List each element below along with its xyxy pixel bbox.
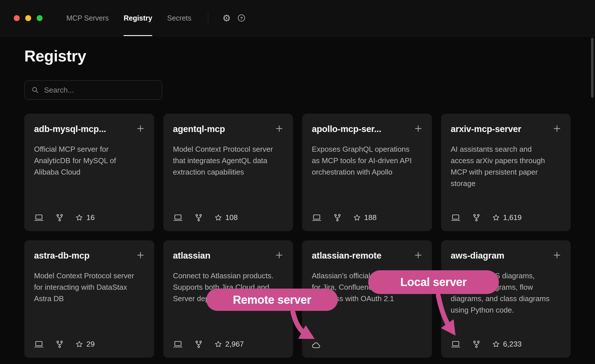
github-fork-icon [473,214,480,222]
add-server-button[interactable] [551,249,563,261]
search-icon [31,86,39,94]
card-footer: 1,619 [451,213,522,222]
server-description: Official MCP server for AnalyticDB for M… [34,143,139,178]
server-description: Model Context Protocol server that integ… [173,143,278,178]
window-close-button[interactable] [14,15,20,21]
add-server-button[interactable] [273,123,285,134]
github-fork-icon [56,340,64,348]
plus-icon [553,251,561,259]
card-footer: 16 [34,213,95,222]
server-card[interactable]: astra-db-mcp Model Context Protocol serv… [24,240,154,358]
remote-server-cloud-icon [312,342,321,349]
server-description: Model Context Protocol server for intera… [34,270,139,304]
add-server-button[interactable] [412,249,424,261]
add-server-button[interactable] [551,123,563,134]
remote-server-callout: Remote server [206,289,338,311]
plus-icon [414,124,423,133]
star-icon [492,214,500,221]
window-minimize-button[interactable] [25,15,31,21]
plus-icon [136,251,145,259]
window-controls [0,0,43,36]
add-server-button[interactable] [135,123,146,134]
server-card[interactable]: arxiv-mcp-server AI assistants search an… [441,114,571,231]
remote-server-callout-label: Remote server [233,293,311,306]
server-name: astra-db-mcp [34,251,132,261]
server-name: agentql-mcp [173,124,271,134]
plus-icon [414,251,423,259]
star-icon [215,214,222,221]
card-footer: 29 [34,340,95,349]
local-server-icon [173,340,183,348]
github-fork-icon [334,214,341,222]
plus-icon [553,124,561,133]
star-icon [76,214,83,221]
registry-grid: adb-mysql-mcp... Official MCP server for… [24,114,571,358]
star-icon [492,341,500,348]
topbar-divider [208,12,208,24]
star-icon [215,341,222,348]
local-server-callout: Local server [368,270,499,294]
card-footer [312,342,321,349]
github-fork-icon [56,214,64,222]
tab-registry[interactable]: Registry [124,0,152,36]
server-name: arxiv-mcp-server [451,124,549,134]
server-card[interactable]: aws-diagram Generate AWS diagrams, seque… [441,240,571,358]
svg-text:?: ? [240,16,243,21]
server-card[interactable]: agentql-mcp Model Context Protocol serve… [163,114,293,231]
server-name: adb-mysql-mcp... [34,124,132,134]
server-description: Exposes GraphQL operations as MCP tools … [312,143,416,178]
server-card[interactable]: adb-mysql-mcp... Official MCP server for… [24,114,154,231]
search-input[interactable] [44,86,155,95]
server-name: aws-diagram [451,251,549,261]
card-footer: 108 [173,213,238,222]
github-fork-icon [195,340,203,348]
tab-mcp-servers[interactable]: MCP Servers [66,0,109,36]
window-maximize-button[interactable] [37,15,43,21]
star-count: 6,233 [503,340,522,349]
local-server-icon [451,214,461,222]
star-icon [76,341,83,348]
plus-icon [275,251,283,259]
tab-secrets[interactable]: Secrets [167,0,191,36]
server-name: apollo-mcp-ser... [312,124,410,134]
local-server-callout-label: Local server [400,276,467,289]
help-icon: ? [237,14,246,22]
add-server-button[interactable] [412,123,424,134]
star-count: 188 [364,213,376,222]
plus-icon [136,124,145,133]
registry-page: Registry adb-mysql-mcp... Official MCP s… [0,47,595,358]
page-title: Registry [24,47,571,65]
server-name: atlassian [173,251,271,261]
star-count: 29 [86,340,95,349]
star-count: 2,967 [225,340,244,349]
add-server-button[interactable] [135,249,146,261]
card-footer: 6,233 [451,340,522,349]
card-footer: 188 [312,213,376,222]
settings-button[interactable]: ⚙ [219,11,234,25]
vertical-scrollbar[interactable] [591,38,594,98]
add-server-button[interactable] [273,249,285,261]
gear-icon: ⚙ [222,13,231,23]
github-fork-icon [473,340,480,348]
titlebar: MCP Servers Registry Secrets ⚙ ? [0,0,595,36]
card-footer: 2,967 [173,340,244,349]
main-nav: MCP Servers Registry Secrets [66,0,191,36]
plus-icon [275,124,283,133]
local-server-icon [34,340,44,348]
star-count: 1,619 [503,213,522,222]
star-icon [353,214,361,221]
search-box [24,80,162,100]
local-server-icon [173,214,183,222]
server-card[interactable]: apollo-mcp-ser... Exposes GraphQL operat… [302,114,432,231]
server-name: atlassian-remote [312,251,410,261]
github-fork-icon [195,214,203,222]
help-button[interactable]: ? [234,11,249,25]
star-count: 16 [86,213,95,222]
local-server-icon [312,214,322,222]
star-count: 108 [225,213,238,222]
server-description: AI assistants search and access arXiv pa… [451,143,556,189]
local-server-icon [451,340,461,348]
local-server-icon [34,214,44,222]
